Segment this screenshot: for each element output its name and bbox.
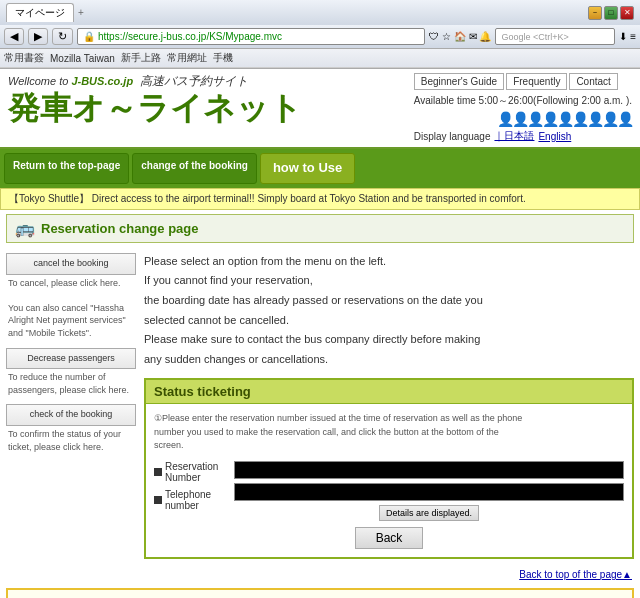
footer-banner: 東京シャトル Tokyo Shuttle 東京駅 八重洲北口 京成バス③のりば … bbox=[6, 588, 634, 598]
site-nav: Return to the top-page change of the boo… bbox=[0, 149, 640, 188]
page-title-bar: 🚌 Reservation change page bbox=[6, 214, 634, 243]
cancel-booking-btn[interactable]: cancel the booking bbox=[6, 253, 136, 275]
page-content: Wellcome to J-BUS.co.jp 高速バス予約サイト 発車オ～ライ… bbox=[0, 69, 640, 598]
back-button[interactable]: ◀ bbox=[4, 28, 24, 45]
check-booking-btn[interactable]: check of the booking bbox=[6, 404, 136, 426]
reservation-label: ReservationNumber bbox=[165, 461, 218, 483]
header-right: Beginner's Guide Frequently Contact Avai… bbox=[414, 73, 632, 143]
form-inputs: Details are displayed. bbox=[234, 461, 624, 521]
welcome-text: Wellcome to J-BUS.co.jp 高速バス予約サイト bbox=[8, 73, 302, 90]
site-logo: 発車オ～ライネット bbox=[8, 92, 302, 124]
form-labels: ReservationNumber Telephonenumber bbox=[154, 461, 234, 521]
address-bar[interactable]: 🔒 https://secure.j-bus.co.jp/KS/Mypage.m… bbox=[77, 28, 425, 45]
change-booking-label: change of the booking bbox=[141, 160, 248, 171]
browser-chrome: マイページ + － □ ✕ ◀ ▶ ↻ 🔒 https://secure.j-b… bbox=[0, 0, 640, 69]
available-time: Available time 5:00～26:00(Following 2:00… bbox=[414, 94, 632, 108]
ssl-icon: 🔒 bbox=[83, 31, 95, 42]
instruction-line-4: selected cannot be cancelled. bbox=[144, 312, 634, 330]
cancel-desc: To cancel, please click here. You can al… bbox=[6, 277, 136, 340]
display-language-label: Display language bbox=[414, 131, 491, 142]
maximize-button[interactable]: □ bbox=[604, 6, 618, 20]
japanese-lang-btn[interactable]: ｜日本語 bbox=[494, 129, 534, 143]
window-controls: － □ ✕ bbox=[588, 6, 634, 20]
return-top-label: Return to the top-page bbox=[13, 160, 120, 171]
search-label: Google <Ctrl+K> bbox=[501, 32, 568, 42]
instruction-line-6: any sudden changes or cancellations. bbox=[144, 351, 634, 369]
beginners-guide-btn[interactable]: Beginner's Guide bbox=[414, 73, 504, 90]
new-tab-btn[interactable]: + bbox=[78, 7, 84, 18]
instruction-line-2: If you cannot find your reservation, bbox=[144, 272, 634, 290]
telephone-input[interactable] bbox=[234, 483, 624, 501]
telephone-label: Telephonenumber bbox=[165, 489, 211, 511]
bookmark-1[interactable]: 常用書簽 bbox=[4, 51, 44, 65]
nav-bar: ◀ ▶ ↻ 🔒 https://secure.j-bus.co.jp/KS/My… bbox=[0, 25, 640, 49]
browser-tab[interactable]: マイページ bbox=[6, 3, 74, 22]
close-button[interactable]: ✕ bbox=[620, 6, 634, 20]
telephone-label-row: Telephonenumber bbox=[154, 489, 234, 511]
main-content: Please select an option from the menu on… bbox=[144, 253, 634, 559]
instructions: Please select an option from the menu on… bbox=[144, 253, 634, 369]
status-note: ①Please enter the reservation number iss… bbox=[154, 412, 624, 453]
page-title: Reservation change page bbox=[41, 221, 199, 236]
reservation-square bbox=[154, 468, 162, 476]
header-nav: Beginner's Guide Frequently Contact bbox=[414, 73, 632, 90]
instruction-line-1: Please select an option from the menu on… bbox=[144, 253, 634, 271]
bookmark-5[interactable]: 手機 bbox=[213, 51, 233, 65]
bookmark-2[interactable]: Mozilla Taiwan bbox=[50, 53, 115, 64]
language-row: Display language ｜日本語 English bbox=[414, 129, 632, 143]
status-form: ReservationNumber Telephonenumber D bbox=[154, 461, 624, 521]
site-subtitle: 高速バス予約サイト bbox=[140, 74, 248, 88]
bookmark-3[interactable]: 新手上路 bbox=[121, 51, 161, 65]
check-booking-label: check of the booking bbox=[30, 409, 113, 419]
bookmarks-bar: 常用書簽 Mozilla Taiwan 新手上路 常用網址 手機 bbox=[0, 49, 640, 68]
cancel-booking-label: cancel the booking bbox=[33, 258, 108, 268]
title-bar-left: マイページ + bbox=[6, 3, 84, 22]
bus-icon: 🚌 bbox=[15, 219, 35, 238]
search-bar[interactable]: Google <Ctrl+K> bbox=[495, 28, 615, 45]
welcome-prefix: Wellcome to bbox=[8, 75, 71, 87]
ticker-text: 【Tokyo Shuttle】 Direct access to the air… bbox=[9, 193, 526, 204]
instruction-line-3: the boarding date has already passed or … bbox=[144, 292, 634, 310]
contact-btn[interactable]: Contact bbox=[569, 73, 617, 90]
address-text[interactable]: https://secure.j-bus.co.jp/KS/Mypage.mvc bbox=[98, 31, 282, 42]
decrease-passengers-label: Decrease passengers bbox=[27, 353, 115, 363]
minimize-button[interactable]: － bbox=[588, 6, 602, 20]
ticker-bar: 【Tokyo Shuttle】 Direct access to the air… bbox=[0, 188, 640, 210]
english-lang-btn[interactable]: English bbox=[538, 131, 571, 142]
forward-button[interactable]: ▶ bbox=[28, 28, 48, 45]
frequently-btn[interactable]: Frequently bbox=[506, 73, 567, 90]
site-domain: J-BUS.co.jp bbox=[71, 75, 133, 87]
how-to-use-btn[interactable]: how to Use bbox=[260, 153, 355, 184]
main-area: cancel the booking To cancel, please cli… bbox=[0, 247, 640, 565]
details-button[interactable]: Details are displayed. bbox=[379, 505, 479, 521]
telephone-square bbox=[154, 496, 162, 504]
change-booking-btn[interactable]: change of the booking bbox=[132, 153, 257, 184]
refresh-button[interactable]: ↻ bbox=[52, 28, 73, 45]
back-to-top: Back to top of the page▲ bbox=[0, 565, 640, 584]
back-to-top-link[interactable]: Back to top of the page▲ bbox=[519, 569, 632, 580]
return-top-btn[interactable]: Return to the top-page bbox=[4, 153, 129, 184]
silhouettes: 👤👤👤👤👤👤👤👤👤 bbox=[414, 111, 632, 127]
security-icons: 🛡 ☆ 🏠 ✉ 🔔 bbox=[429, 31, 491, 42]
status-ticketing-box: Status ticketing ①Please enter the reser… bbox=[144, 378, 634, 559]
how-to-use-label: how to Use bbox=[273, 160, 342, 175]
details-button-label: Details are displayed. bbox=[386, 508, 472, 518]
header-left: Wellcome to J-BUS.co.jp 高速バス予約サイト 発車オ～ライ… bbox=[8, 73, 302, 124]
back-btn-row: Back bbox=[154, 527, 624, 549]
reservation-label-row: ReservationNumber bbox=[154, 461, 234, 483]
decrease-desc: To reduce the number of passengers, plea… bbox=[6, 371, 136, 396]
sidebar: cancel the booking To cancel, please cli… bbox=[6, 253, 136, 559]
check-desc: To confirm the status of your ticket, pl… bbox=[6, 428, 136, 453]
reservation-number-input[interactable] bbox=[234, 461, 624, 479]
more-buttons: ⬇ ≡ bbox=[619, 31, 636, 42]
status-box-body: ①Please enter the reservation number iss… bbox=[146, 404, 632, 557]
status-box-title: Status ticketing bbox=[146, 380, 632, 404]
instruction-line-5: Please make sure to contact the bus comp… bbox=[144, 331, 634, 349]
site-header: Wellcome to J-BUS.co.jp 高速バス予約サイト 発車オ～ライ… bbox=[0, 69, 640, 149]
back-button[interactable]: Back bbox=[355, 527, 424, 549]
decrease-passengers-btn[interactable]: Decrease passengers bbox=[6, 348, 136, 370]
title-bar: マイページ + － □ ✕ bbox=[0, 0, 640, 25]
bookmark-4[interactable]: 常用網址 bbox=[167, 51, 207, 65]
